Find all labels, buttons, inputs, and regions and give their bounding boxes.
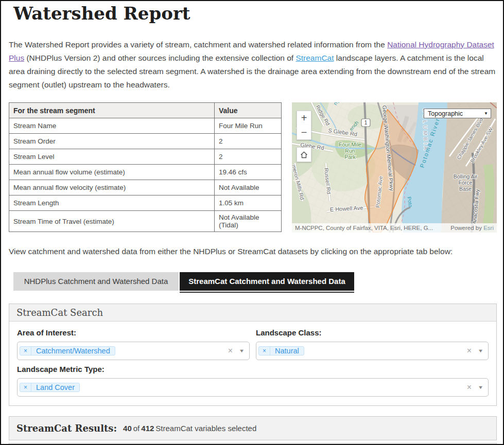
area-of-interest-field: Area of Interest: × Catchment/Watershed …: [17, 328, 250, 360]
remove-token-icon[interactable]: ×: [20, 383, 31, 391]
clear-select-icon[interactable]: ×: [467, 347, 472, 355]
map-label-bolling: Base: [459, 186, 472, 192]
landscape-class-select[interactable]: × Natural × ▼: [256, 342, 489, 360]
powered-by-esri: Powered by Esri: [450, 225, 494, 231]
row-value: 2: [215, 149, 282, 165]
esri-link[interactable]: Esri: [483, 225, 494, 231]
map-label-four-mile-park: Run: [345, 148, 355, 154]
row-label: Mean annual flow volume (estimate): [9, 165, 215, 180]
map-label-four-mile-park: Park: [344, 154, 356, 160]
zoom-out-button[interactable]: −: [297, 125, 311, 140]
row-value: Not Available: [215, 180, 282, 195]
row-label: Stream Level: [9, 149, 215, 165]
token-label: Catchment/Watershed: [31, 347, 115, 355]
watershed-map[interactable]: 1 Ridge Rd S Glebe Rd Glebe Rd Russell R…: [292, 102, 497, 233]
map-attribution: M-NCPPC, County of Fairfax, VITA, Esri, …: [292, 223, 497, 233]
streamcat-results-bar: StreamCat Results: 40of412StreamCat vari…: [9, 416, 497, 440]
selected-token: × Land Cover: [20, 383, 80, 392]
map-label-bolling: Force: [459, 180, 473, 186]
map-label-bolling: Bolling Air: [454, 173, 478, 180]
column-header-value: Value: [215, 103, 282, 118]
landscape-metric-label: Landscape Metric Type:: [17, 365, 489, 373]
token-label: Land Cover: [31, 383, 79, 391]
area-of-interest-select[interactable]: × Catchment/Watershed × ▼: [17, 342, 250, 360]
next-panel-edge: [9, 443, 497, 445]
selected-token: × Natural: [258, 346, 304, 355]
basemap-selected-value: Topographic: [428, 110, 463, 117]
row-label: Stream Time of Travel (estimate): [9, 211, 215, 232]
intro-paragraph: The Watershed Report provides a variety …: [9, 38, 496, 92]
clear-select-icon[interactable]: ×: [228, 347, 233, 355]
chevron-down-icon: ▼: [484, 111, 488, 116]
tab-nhdplus[interactable]: NHDPlus Catchment and Watershed Data: [13, 272, 179, 291]
row-value: Four Mile Run: [215, 118, 282, 134]
zoom-in-button[interactable]: +: [297, 111, 311, 126]
intro-text: The Watershed Report provides a variety …: [9, 40, 387, 49]
stream-segment-table: For the stream segment Value Stream Name…: [9, 102, 282, 232]
tab-instruction-text: View catchment and watershed data from e…: [9, 247, 453, 256]
area-of-interest-label: Area of Interest:: [17, 328, 250, 337]
dropdown-caret-icon[interactable]: ▼: [478, 385, 484, 390]
table-row: Stream Time of Travel (estimate) Not Ava…: [9, 211, 282, 232]
results-summary: 40of412StreamCat variables selected: [121, 424, 256, 433]
search-panel-title: StreamCat Search: [9, 304, 496, 322]
route-shield-label: 1: [364, 120, 368, 126]
token-label: Natural: [270, 347, 304, 355]
dataset-tabs: NHDPlus Catchment and Watershed DataStre…: [13, 272, 354, 293]
home-icon: [300, 151, 308, 159]
basemap-dropdown[interactable]: Topographic ▼: [424, 109, 491, 118]
total-count: 412: [141, 424, 154, 433]
intro-text: (NHDPlus Version 2) and other sources in…: [24, 54, 296, 62]
landscape-class-field: Landscape Class: × Natural × ▼: [256, 328, 489, 360]
landscape-metric-field: Landscape Metric Type: × Land Cover × ▼: [17, 365, 489, 397]
row-label: Stream Name: [9, 118, 215, 134]
active-tab-underline: [180, 292, 354, 293]
landscape-class-label: Landscape Class:: [256, 328, 489, 337]
table-row: Stream Name Four Mile Run: [9, 118, 282, 134]
table-row: Mean annual flow velocity (estimate) Not…: [9, 180, 282, 195]
row-label: Mean annual flow velocity (estimate): [9, 180, 215, 195]
dropdown-caret-icon[interactable]: ▼: [478, 348, 484, 353]
row-value: Not Available (Tidal): [215, 211, 282, 232]
clear-select-icon[interactable]: ×: [467, 383, 472, 391]
row-value: 1.05 km: [215, 195, 282, 211]
row-label: Stream Order: [9, 134, 215, 149]
tab-streamcat[interactable]: StreamCat Catchment and Watershed Data: [180, 272, 354, 291]
streamcat-search-panel: StreamCat Search Area of Interest: × Cat…: [9, 304, 497, 406]
streamcat-link[interactable]: StreamCat: [296, 54, 334, 62]
map-label-four-mile-park: Four Mile: [339, 141, 361, 148]
table-row: Stream Level 2: [9, 149, 282, 165]
table-row: Stream Length 1.05 km: [9, 195, 282, 211]
remove-token-icon[interactable]: ×: [259, 347, 270, 355]
table-row: Stream Order 2: [9, 134, 282, 149]
dropdown-caret-icon[interactable]: ▼: [239, 348, 245, 353]
column-header-segment: For the stream segment: [9, 103, 215, 118]
attribution-text: M-NCPPC, County of Fairfax, VITA, Esri, …: [295, 225, 433, 231]
remove-token-icon[interactable]: ×: [20, 347, 31, 355]
selected-token: × Catchment/Watershed: [20, 346, 115, 355]
row-value: 19.46 cfs: [215, 165, 282, 180]
table-header-row: For the stream segment Value: [9, 103, 282, 118]
row-label: Stream Length: [9, 195, 215, 211]
table-row: Mean annual flow volume (estimate) 19.46…: [9, 165, 282, 180]
results-title: StreamCat Results:: [16, 423, 117, 434]
selected-count: 40: [123, 424, 132, 433]
row-value: 2: [215, 134, 282, 149]
basemap-canvas: 1 Ridge Rd S Glebe Rd Glebe Rd Russell R…: [292, 102, 497, 233]
landscape-metric-select[interactable]: × Land Cover × ▼: [17, 378, 489, 397]
home-button[interactable]: [297, 147, 311, 162]
page-title: Watershed Report: [13, 3, 190, 24]
